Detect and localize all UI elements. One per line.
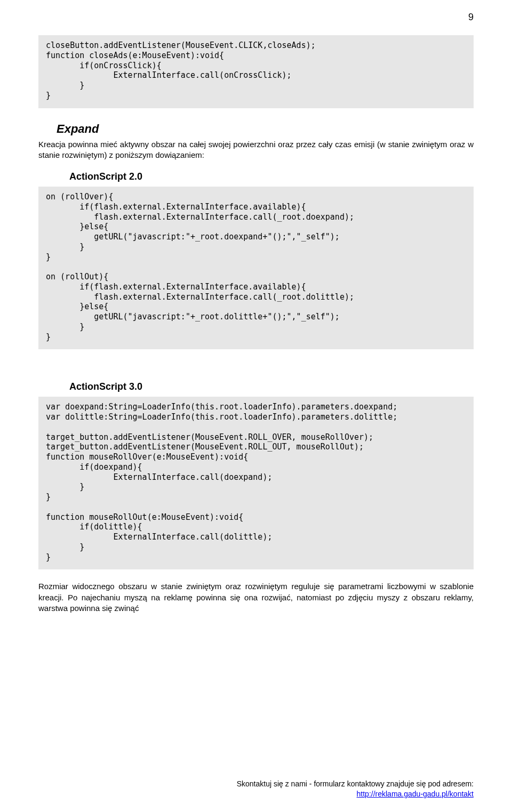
footer-link[interactable]: http://reklama.gadu-gadu.pl/kontakt [357, 790, 474, 798]
code-block-as2: on (rollOver){ if(flash.external.Externa… [38, 187, 474, 349]
footer: Skontaktuj się z nami - formularz kontak… [38, 779, 474, 799]
page-number: 9 [468, 12, 474, 23]
subheading-as2: ActionScript 2.0 [69, 171, 474, 182]
section-heading-expand: Expand [57, 122, 474, 136]
code-block-as3: var doexpand:String=LoaderInfo(this.root… [38, 397, 474, 569]
closing-paragraph: Rozmiar widocznego obszaru w stanie zwin… [38, 581, 474, 614]
code-block-close: closeButton.addEventListener(MouseEvent.… [38, 35, 474, 108]
subheading-as3: ActionScript 3.0 [69, 381, 474, 392]
section-paragraph-expand: Kreacja powinna mieć aktywny obszar na c… [38, 139, 474, 161]
footer-text: Skontaktuj się z nami - formularz kontak… [237, 779, 474, 788]
page-container: 9 closeButton.addEventListener(MouseEven… [0, 0, 512, 812]
